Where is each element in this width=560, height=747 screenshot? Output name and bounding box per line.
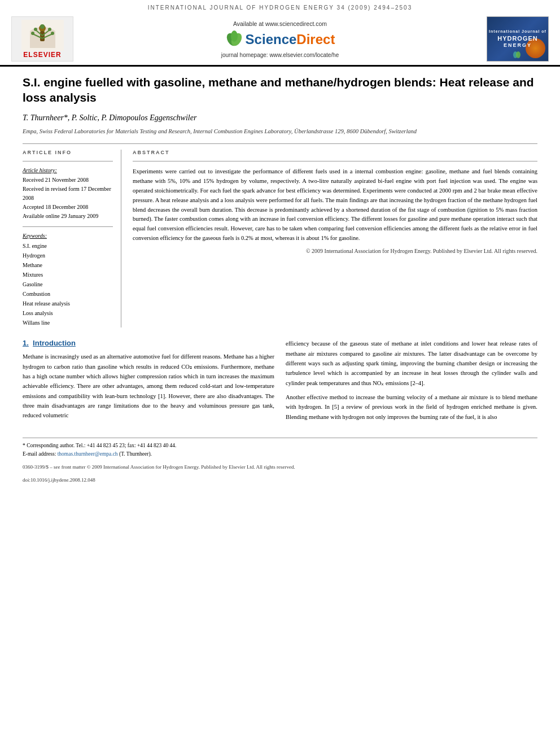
sciencedirect-text: ScienceDirect bbox=[246, 32, 335, 47]
sciencedirect-leaves-icon bbox=[225, 30, 243, 49]
journal-header: International Journal of Hydrogen Energy… bbox=[0, 0, 560, 13]
divider-top bbox=[23, 143, 537, 144]
page-wrapper: International Journal of Hydrogen Energy… bbox=[0, 0, 560, 492]
affiliation: Empa, Swiss Federal Laboratories for Mat… bbox=[23, 127, 537, 136]
available-online: Available online 29 January 2009 bbox=[23, 212, 113, 221]
keyword-gasoline: Gasoline bbox=[23, 279, 113, 289]
hydrogen-energy-logo: International Journal of HYDROGEN ENERGY bbox=[487, 16, 549, 62]
elsevier-tree-image bbox=[20, 20, 65, 51]
main-body: 1. Introduction Methane is increasingly … bbox=[23, 339, 537, 426]
email-label: E-mail address: bbox=[23, 451, 56, 457]
divider-info bbox=[23, 161, 113, 161]
article-title: S.I. engine fuelled with gasoline, metha… bbox=[23, 75, 537, 106]
keyword-heat-release: Heat release analysis bbox=[23, 299, 113, 308]
svg-point-14 bbox=[231, 30, 238, 42]
svg-point-10 bbox=[51, 32, 54, 35]
elsevier-logo: ELSEVIER bbox=[11, 16, 73, 62]
info-abstract-section: Article Info Article history: Received 2… bbox=[23, 150, 537, 327]
keyword-mixtures: Mixtures bbox=[23, 270, 113, 279]
svg-point-8 bbox=[48, 28, 51, 31]
divider-abstract bbox=[133, 161, 537, 161]
svg-point-7 bbox=[34, 28, 37, 31]
intro-title: Introduction bbox=[33, 339, 76, 347]
sd-mini-logo bbox=[512, 51, 523, 60]
svg-point-9 bbox=[31, 32, 34, 35]
page-footer: * Corresponding author. Tel.: +41 44 823… bbox=[23, 438, 537, 484]
logo-bar: ELSEVIER Available at www.sciencedirect.… bbox=[0, 13, 560, 67]
article-content: S.I. engine fuelled with gasoline, metha… bbox=[0, 67, 560, 492]
elsevier-text: ELSEVIER bbox=[23, 51, 61, 59]
received1: Received 21 November 2008 bbox=[23, 176, 113, 185]
authors: T. Thurnheer*, P. Soltic, P. Dimopoulos … bbox=[23, 113, 537, 123]
corresponding-text: * Corresponding author. Tel.: +41 44 823… bbox=[23, 443, 176, 448]
svg-point-11 bbox=[40, 24, 45, 29]
keyword-loss-analysis: Loss analysis bbox=[23, 308, 113, 318]
email-note: E-mail address: thomas.thurnheer@empa.ch… bbox=[23, 450, 537, 458]
intro-right-text2: Another effective method to increase the… bbox=[286, 392, 537, 422]
intro-right-text1: efficiency because of the gaseous state … bbox=[286, 339, 537, 388]
article-info-label: Article Info bbox=[23, 150, 113, 155]
keyword-willans: Willans line bbox=[23, 318, 113, 327]
svg-point-16 bbox=[516, 51, 520, 58]
revised: Received in revised form 17 December 200… bbox=[23, 185, 113, 203]
accepted: Accepted 18 December 2008 bbox=[23, 203, 113, 212]
history-label: Article history: bbox=[23, 167, 113, 173]
keyword-hydrogen: Hydrogen bbox=[23, 251, 113, 260]
abstract-column: Abstract Experiments were carried out to… bbox=[133, 150, 537, 327]
keywords-block: Keywords: S.I. engine Hydrogen Methane M… bbox=[23, 233, 113, 327]
abstract-text: Experiments were carried out to investig… bbox=[133, 167, 537, 243]
intro-left-text: Methane is increasingly used as an alter… bbox=[23, 352, 274, 420]
journal-homepage: journal homepage: www.elsevier.com/locat… bbox=[85, 52, 475, 58]
keyword-methane: Methane bbox=[23, 260, 113, 270]
body-left-column: 1. Introduction Methane is increasingly … bbox=[23, 339, 274, 426]
divider-keywords bbox=[23, 226, 113, 227]
email-attribution: (T. Thurnheer). bbox=[119, 451, 152, 457]
author-names: T. Thurnheer*, P. Soltic, P. Dimopoulos … bbox=[23, 113, 196, 122]
corresponding-author-note: * Corresponding author. Tel.: +41 44 823… bbox=[23, 442, 537, 450]
sciencedirect-logo: ScienceDirect bbox=[85, 30, 475, 49]
section-1-header: 1. Introduction bbox=[23, 339, 274, 347]
keyword-combustion: Combustion bbox=[23, 289, 113, 299]
keyword-si-engine: S.I. engine bbox=[23, 241, 113, 251]
email-address: thomas.thurnheer@empa.ch bbox=[58, 451, 118, 457]
svg-rect-2 bbox=[40, 31, 45, 41]
article-info-column: Article Info Article history: Received 2… bbox=[23, 150, 121, 327]
abstract-copyright: © 2009 International Association for Hyd… bbox=[133, 248, 537, 254]
keywords-label: Keywords: bbox=[23, 233, 113, 239]
abstract-label: Abstract bbox=[133, 150, 537, 155]
available-text: Available at www.sciencedirect.com bbox=[85, 20, 475, 27]
center-header: Available at www.sciencedirect.com Scien… bbox=[73, 20, 487, 58]
article-history: Article history: Received 21 November 20… bbox=[23, 167, 113, 221]
hydrogen-logo-text: International Journal of HYDROGEN ENERGY bbox=[489, 29, 546, 49]
footer-doi: doi:10.1016/j.ijhydene.2008.12.048 bbox=[23, 476, 537, 484]
journal-title: International Journal of Hydrogen Energy… bbox=[148, 5, 412, 11]
footer-issn: 0360-3199/$ – see front matter © 2009 In… bbox=[23, 463, 537, 471]
body-right-column: efficiency because of the gaseous state … bbox=[286, 339, 537, 426]
